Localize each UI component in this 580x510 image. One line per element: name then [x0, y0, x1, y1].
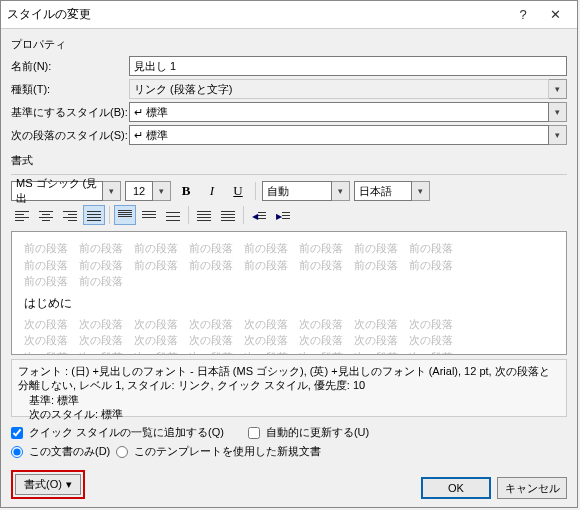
next-para-text: 次の段落 次の段落 次の段落 次の段落 次の段落 次の段落 次の段落 次の段落	[24, 332, 554, 349]
ok-button[interactable]: OK	[421, 477, 491, 499]
underline-button[interactable]: U	[227, 181, 249, 201]
template-label: このテンプレートを使用した新規文書	[134, 444, 321, 459]
doc-only-label: この文書のみ(D)	[29, 444, 110, 459]
next-label: 次の段落のスタイル(S):	[11, 128, 129, 143]
desc-line: 基準: 標準	[18, 393, 560, 407]
description-box: フォント : (日) +見出しのフォント - 日本語 (MS ゴシック), (英…	[11, 359, 567, 417]
indent-inc-button[interactable]: ▶	[272, 205, 294, 225]
italic-button[interactable]: I	[201, 181, 223, 201]
based-select[interactable]: ↵ 標準	[129, 102, 549, 122]
linespace-2-button[interactable]	[162, 205, 184, 225]
chevron-down-icon[interactable]: ▾	[412, 181, 430, 201]
preview-pane: 前の段落 前の段落 前の段落 前の段落 前の段落 前の段落 前の段落 前の段落 …	[11, 231, 567, 355]
space-before-dec-button[interactable]	[217, 205, 239, 225]
auto-update-checkbox[interactable]	[248, 427, 260, 439]
linespace-1-button[interactable]	[114, 205, 136, 225]
next-para-text: 次の段落 次の段落 次の段落 次の段落 次の段落 次の段落 次の段落 次の段落	[24, 349, 554, 356]
title-bar: スタイルの変更 ? ✕	[1, 1, 577, 29]
space-before-inc-button[interactable]	[193, 205, 215, 225]
format-label: 書式	[11, 153, 567, 168]
chevron-down-icon[interactable]: ▾	[153, 181, 171, 201]
auto-update-label: 自動的に更新する(U)	[266, 425, 369, 440]
format-button[interactable]: 書式(O)▾	[15, 474, 81, 495]
prev-para-text: 前の段落 前の段落 前の段落 前の段落 前の段落 前の段落 前の段落 前の段落	[24, 257, 554, 274]
window-title: スタイルの変更	[7, 6, 507, 23]
prev-para-text: 前の段落 前の段落 前の段落 前の段落 前の段落 前の段落 前の段落 前の段落	[24, 240, 554, 257]
template-radio[interactable]	[116, 446, 128, 458]
name-input[interactable]: 見出し 1	[129, 56, 567, 76]
lang-select[interactable]: 日本語	[354, 181, 412, 201]
paragraph-toolbar: ◀ ▶	[11, 205, 567, 225]
prev-para-text: 前の段落 前の段落	[24, 273, 554, 290]
chevron-down-icon[interactable]: ▾	[332, 181, 350, 201]
format-toolbar: MS ゴシック (見出▾ 12▾ B I U 自動▾ 日本語▾	[11, 181, 567, 201]
linespace-15-button[interactable]	[138, 205, 160, 225]
format-button-highlight: 書式(O)▾	[11, 470, 85, 499]
doc-only-radio[interactable]	[11, 446, 23, 458]
sample-text: はじめに	[24, 294, 554, 312]
desc-line: 次のスタイル: 標準	[18, 407, 560, 421]
quick-style-label: クイック スタイルの一覧に追加する(Q)	[29, 425, 224, 440]
bold-button[interactable]: B	[175, 181, 197, 201]
align-left-button[interactable]	[11, 205, 33, 225]
type-select: リンク (段落と文字)	[129, 79, 549, 99]
size-select[interactable]: 12	[125, 181, 153, 201]
cancel-button[interactable]: キャンセル	[497, 477, 567, 499]
type-dropdown-icon[interactable]: ▾	[549, 79, 567, 99]
color-select[interactable]: 自動	[262, 181, 332, 201]
properties-label: プロパティ	[11, 37, 567, 52]
desc-line: フォント : (日) +見出しのフォント - 日本語 (MS ゴシック), (英…	[18, 364, 560, 393]
help-button[interactable]: ?	[507, 4, 539, 26]
next-dropdown-icon[interactable]: ▾	[549, 125, 567, 145]
name-label: 名前(N):	[11, 59, 129, 74]
chevron-down-icon: ▾	[66, 478, 72, 491]
based-label: 基準にするスタイル(B):	[11, 105, 129, 120]
next-para-text: 次の段落 次の段落 次の段落 次の段落 次の段落 次の段落 次の段落 次の段落	[24, 316, 554, 333]
next-select[interactable]: ↵ 標準	[129, 125, 549, 145]
align-justify-button[interactable]	[83, 205, 105, 225]
align-right-button[interactable]	[59, 205, 81, 225]
based-dropdown-icon[interactable]: ▾	[549, 102, 567, 122]
quick-style-checkbox[interactable]	[11, 427, 23, 439]
align-center-button[interactable]	[35, 205, 57, 225]
indent-dec-button[interactable]: ◀	[248, 205, 270, 225]
type-label: 種類(T):	[11, 82, 129, 97]
chevron-down-icon[interactable]: ▾	[103, 181, 121, 201]
close-button[interactable]: ✕	[539, 4, 571, 26]
font-select[interactable]: MS ゴシック (見出	[11, 181, 103, 201]
